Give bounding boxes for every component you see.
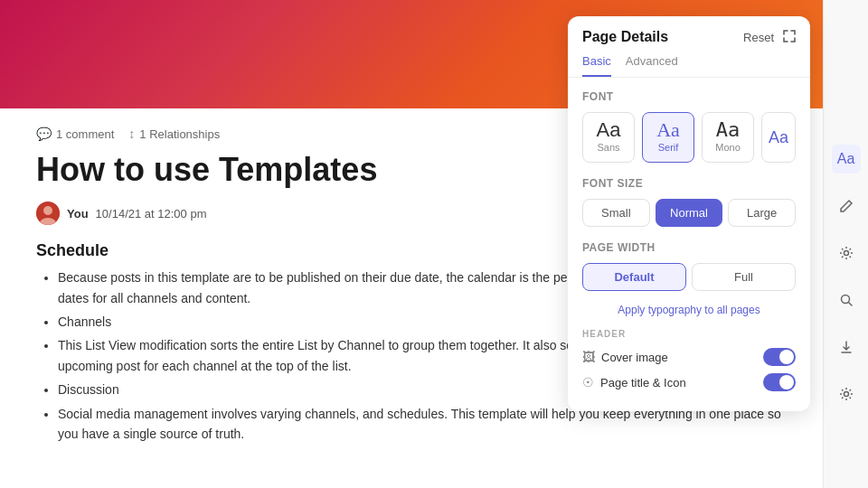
font-sans-preview: Aa [597, 120, 621, 140]
font-section-label: Font [582, 90, 796, 103]
page-title-label: ☉ Page title & Icon [582, 375, 686, 389]
size-large[interactable]: Large [728, 199, 796, 227]
comment-count: 1 comment [56, 127, 114, 141]
size-normal[interactable]: Normal [656, 199, 723, 227]
width-full[interactable]: Full [692, 263, 796, 291]
font-extra-option[interactable]: Aa [761, 112, 796, 163]
font-sans-option[interactable]: Aa Sans [582, 112, 635, 163]
page-title-toggle-row: ☉ Page title & Icon [582, 373, 796, 391]
page-width-label: Page Width [582, 241, 796, 254]
sidebar-icons: Aa [823, 0, 868, 488]
font-serif-preview: Aa [656, 120, 680, 140]
relationship-meta: ↕ 1 Relationships [128, 127, 220, 141]
reset-button[interactable]: Reset [743, 31, 774, 44]
author-date: 10/14/21 at 12:00 pm [96, 207, 207, 221]
svg-point-3 [844, 251, 848, 256]
panel-tabs: Basic Advanced [568, 45, 810, 78]
apply-typography-link[interactable]: Apply typography to all pages [582, 304, 796, 316]
cover-image-label: 🖼 Cover image [582, 350, 668, 364]
expand-button[interactable] [783, 30, 796, 45]
size-small[interactable]: Small [582, 199, 650, 227]
edit-icon[interactable] [832, 192, 861, 221]
svg-point-1 [43, 206, 52, 215]
panel-header: Page Details Reset [568, 16, 810, 45]
settings-icon[interactable] [832, 380, 861, 408]
font-mono-label: Mono [715, 142, 741, 153]
tab-basic[interactable]: Basic [582, 54, 611, 77]
size-options: Small Normal Large [582, 199, 796, 227]
page-title-toggle[interactable] [763, 373, 796, 391]
font-serif-label: Serif [658, 142, 679, 153]
cover-image-icon: 🖼 [582, 350, 595, 364]
panel-actions: Reset [743, 30, 796, 45]
comment-meta: 💬 1 comment [36, 127, 114, 141]
author-name: You [67, 207, 89, 221]
font-extra-label: Aa [769, 128, 788, 147]
width-options: Default Full [582, 263, 796, 291]
panel-title: Page Details [582, 29, 668, 45]
font-serif-option[interactable]: Aa Serif [642, 112, 694, 163]
font-mono-option[interactable]: Aa Mono [702, 112, 754, 163]
font-size-label: Font Size [582, 177, 796, 190]
gear-icon[interactable] [832, 239, 861, 267]
page-details-panel: Page Details Reset Basic Advanced Font A… [568, 16, 810, 411]
font-sans-label: Sans [597, 142, 619, 153]
font-icon[interactable]: Aa [832, 145, 861, 174]
relationship-count: 1 Relationships [139, 127, 220, 141]
download-icon[interactable] [832, 333, 861, 361]
page-title-icon: ☉ [582, 375, 594, 389]
comment-icon: 💬 [36, 127, 52, 141]
font-mono-preview: Aa [716, 120, 741, 140]
cover-image-toggle-row: 🖼 Cover image [582, 348, 796, 366]
svg-point-5 [844, 392, 848, 397]
relationship-icon: ↕ [128, 127, 135, 141]
header-section-label: HEADER [582, 329, 796, 339]
cover-image-text: Cover image [601, 351, 668, 364]
panel-body: Font Aa Sans Aa Serif Aa Mono Aa Font Si… [568, 78, 810, 411]
page-title-text: Page title & Icon [600, 376, 686, 389]
avatar [36, 202, 60, 225]
cover-image-toggle[interactable] [763, 348, 796, 366]
search-icon[interactable] [832, 286, 861, 314]
tab-advanced[interactable]: Advanced [626, 54, 678, 77]
width-default[interactable]: Default [582, 263, 686, 291]
font-options: Aa Sans Aa Serif Aa Mono Aa [582, 112, 796, 163]
